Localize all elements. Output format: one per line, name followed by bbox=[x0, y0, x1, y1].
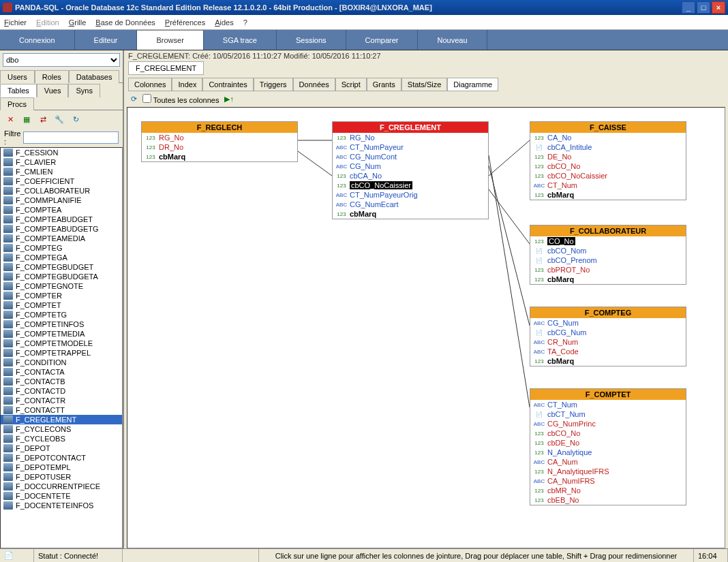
object-tree[interactable]: F_CESSIONF_CLAVIERF_CMLIENF_COEFFICIENTF… bbox=[0, 147, 123, 548]
table-column[interactable]: ABCCG_NumCont bbox=[333, 152, 488, 161]
table-column[interactable]: 123RG_No bbox=[142, 133, 297, 142]
minimize-button[interactable]: _ bbox=[682, 1, 695, 14]
table-column[interactable]: 123cbEB_No bbox=[530, 495, 686, 505]
table-column[interactable]: 123cbMR_No bbox=[530, 486, 686, 495]
table-column[interactable]: 123cbCO_No bbox=[530, 428, 686, 438]
delete-icon[interactable]: ✕ bbox=[4, 113, 16, 125]
menu-aides[interactable]: Aides bbox=[215, 18, 234, 27]
tree-item[interactable]: F_COMPTETMEDIA bbox=[1, 329, 122, 339]
schema-select[interactable]: dbo bbox=[3, 53, 120, 67]
detail-tab-script[interactable]: Script bbox=[335, 78, 367, 91]
tree-item[interactable]: F_COMPTEGNOTE bbox=[1, 281, 122, 291]
tool-icon[interactable]: 🔧 bbox=[53, 113, 65, 125]
tree-item[interactable]: F_COMMPLANIFIE bbox=[1, 196, 122, 205]
tree-item[interactable]: F_COMPTETRAPPEL bbox=[1, 348, 122, 358]
diagram-table-caisse[interactable]: F_CAISSE123CA_No📄cbCA_Intitule123DE_No12… bbox=[530, 121, 686, 200]
left-tab-roles[interactable]: Roles bbox=[35, 70, 69, 83]
tree-item[interactable]: F_CREGLEMENT bbox=[1, 415, 122, 424]
tree-item[interactable]: F_COMPTEGA bbox=[1, 253, 122, 262]
tree-item[interactable]: F_CLAVIER bbox=[1, 157, 122, 167]
main-tab-connexion[interactable]: Connexion bbox=[0, 30, 75, 50]
table-column[interactable]: ABCCA_NumIFRS bbox=[530, 476, 686, 486]
table-column[interactable]: 📄cbCG_Num bbox=[530, 328, 686, 337]
diagram-table-reglech[interactable]: F_REGLECH123RG_No123DR_No123cbMarq bbox=[141, 121, 298, 162]
table-column[interactable]: 123CA_No bbox=[530, 133, 686, 142]
left-tab-users[interactable]: Users bbox=[0, 70, 35, 83]
tree-item[interactable]: F_COMPTEG bbox=[1, 243, 122, 253]
menu-bdd[interactable]: Base de Données bbox=[95, 18, 155, 27]
main-tab-editeur[interactable]: Editeur bbox=[75, 30, 138, 50]
table-column[interactable]: ABCCT_NumPayeurOrig bbox=[333, 190, 488, 200]
tree-item[interactable]: F_CESSION bbox=[1, 148, 122, 157]
maximize-button[interactable]: □ bbox=[697, 1, 710, 14]
tree-item[interactable]: F_DEPOTUSER bbox=[1, 472, 122, 482]
table-column[interactable]: 123cbCO_NoCaissier bbox=[530, 171, 686, 181]
tree-item[interactable]: F_CONTACTD bbox=[1, 386, 122, 396]
main-tab-sga trace[interactable]: SGA trace bbox=[204, 30, 277, 50]
tree-item[interactable]: F_COMPTEGBUDGET bbox=[1, 262, 122, 272]
tree-item[interactable]: F_DEPOTCONTACT bbox=[1, 453, 122, 463]
table-column[interactable]: ABCCG_NumPrinc bbox=[530, 419, 686, 428]
table-column[interactable]: ABCCT_Num bbox=[530, 400, 686, 409]
table-column[interactable]: ABCCG_NumEcart bbox=[333, 200, 488, 209]
refresh-diagram-icon[interactable]: ⟳ bbox=[131, 95, 137, 104]
detail-tab-données[interactable]: Données bbox=[293, 78, 335, 91]
table-column[interactable]: 123cbMarq bbox=[333, 209, 488, 219]
tree-item[interactable]: F_DOCENTETE bbox=[1, 491, 122, 501]
detail-tab-grants[interactable]: Grants bbox=[367, 78, 401, 91]
left-tab-procs[interactable]: Procs bbox=[0, 97, 34, 110]
table-column[interactable]: 123cbMarq bbox=[530, 356, 686, 366]
menu-help[interactable]: ? bbox=[243, 18, 247, 27]
tree-item[interactable]: F_COMPTEABUDGET bbox=[1, 215, 122, 224]
sort-icon[interactable]: ▶↑ bbox=[224, 95, 234, 104]
link-icon[interactable]: ⇄ bbox=[37, 113, 49, 125]
detail-tab-index[interactable]: Index bbox=[172, 78, 202, 91]
tree-item[interactable]: F_COLLABORATEUR bbox=[1, 186, 122, 196]
table-column[interactable]: ABCCT_NumPayeur bbox=[333, 142, 488, 152]
object-tab[interactable]: F_CREGLEMENT bbox=[128, 61, 204, 75]
tree-item[interactable]: F_DOCENTETEINFOS bbox=[1, 501, 122, 510]
table-column[interactable]: 123cbDE_No bbox=[530, 438, 686, 448]
table-column[interactable]: 123cbCA_No bbox=[333, 171, 488, 181]
table-column[interactable]: 📄cbCT_Num bbox=[530, 409, 686, 419]
diagram-table-comptet[interactable]: F_COMPTETABCCT_Num📄cbCT_NumABCCG_NumPrin… bbox=[530, 388, 686, 505]
table-column[interactable]: ABCCG_Num bbox=[333, 161, 488, 171]
table-column[interactable]: ABCCA_Num bbox=[530, 457, 686, 467]
tree-item[interactable]: F_COMPTEAMEDIA bbox=[1, 234, 122, 243]
table-column[interactable]: ABCCR_Num bbox=[530, 337, 686, 347]
table-column[interactable]: 123cbMarq bbox=[142, 152, 297, 161]
tree-item[interactable]: F_CONTACTA bbox=[1, 367, 122, 377]
table-column[interactable]: 123cbPROT_No bbox=[530, 265, 686, 275]
diagram-canvas[interactable]: F_REGLECH123RG_No123DR_No123cbMarqF_CREG… bbox=[127, 107, 725, 548]
diagram-table-compteg[interactable]: F_COMPTEGABCCG_Num📄cbCG_NumABCCR_NumABCT… bbox=[530, 307, 686, 366]
main-tab-sessions[interactable]: Sessions bbox=[277, 30, 346, 50]
table-column[interactable]: 📄cbCO_Prenom bbox=[530, 255, 686, 265]
table-column[interactable]: 123CO_No bbox=[530, 236, 686, 246]
menu-prefs[interactable]: Préférences bbox=[165, 18, 205, 27]
menu-edition[interactable]: Edition bbox=[36, 18, 59, 27]
tree-item[interactable]: F_CYCLEOBS bbox=[1, 434, 122, 443]
detail-tab-contraintes[interactable]: Contraintes bbox=[202, 78, 253, 91]
detail-tab-diagramme[interactable]: Diagramme bbox=[447, 78, 498, 91]
tree-item[interactable]: F_COEFFICIENT bbox=[1, 176, 122, 186]
close-button[interactable]: × bbox=[712, 1, 725, 14]
table-column[interactable]: ABCCG_Num bbox=[530, 318, 686, 328]
table-column[interactable]: 123N_Analytique bbox=[530, 448, 686, 457]
tree-item[interactable]: F_COMPTETINFOS bbox=[1, 319, 122, 329]
left-tab-tables[interactable]: Tables bbox=[0, 84, 37, 97]
all-columns-checkbox[interactable]: Toutes les colonnes bbox=[142, 94, 219, 104]
calc-icon[interactable]: ▦ bbox=[20, 113, 33, 125]
tree-item[interactable]: F_CYCLECONS bbox=[1, 424, 122, 434]
table-column[interactable]: 123N_AnalytiqueIFRS bbox=[530, 467, 686, 476]
detail-tab-stats/size[interactable]: Stats/Size bbox=[401, 78, 448, 91]
table-column[interactable]: 123cbMarq bbox=[530, 275, 686, 284]
table-column[interactable]: 📄cbCA_Intitule bbox=[530, 142, 686, 152]
tree-item[interactable]: F_COMPTETMODELE bbox=[1, 339, 122, 348]
main-tab-nouveau[interactable]: Nouveau bbox=[418, 30, 487, 50]
table-column[interactable]: ABCTA_Code bbox=[530, 347, 686, 356]
tree-item[interactable]: F_CONDITION bbox=[1, 358, 122, 367]
table-column[interactable]: 123cbCO_NoCaissier bbox=[333, 181, 488, 190]
left-tab-syns[interactable]: Syns bbox=[68, 84, 100, 97]
tree-item[interactable]: F_CMLIEN bbox=[1, 167, 122, 176]
tree-item[interactable]: F_DEPOTEMPL bbox=[1, 463, 122, 472]
